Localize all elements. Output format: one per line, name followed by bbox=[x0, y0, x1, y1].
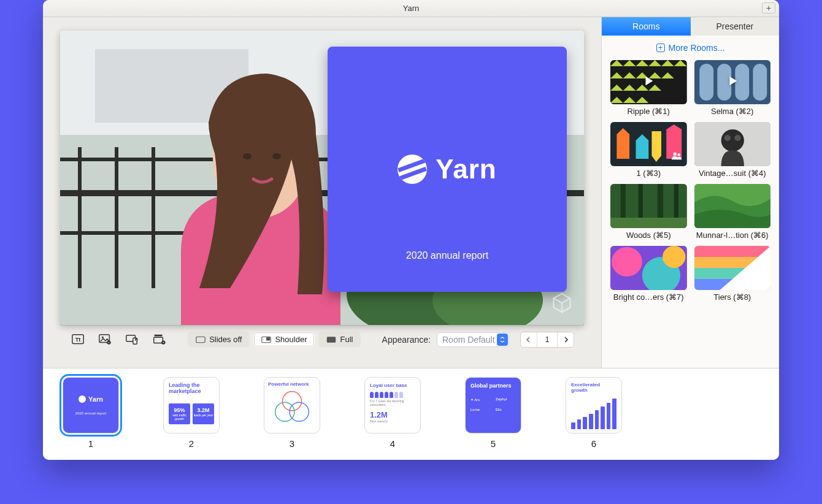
brand-row: Yarn bbox=[398, 154, 496, 185]
svg-point-57 bbox=[663, 246, 685, 268]
new-tab-button[interactable]: + bbox=[762, 2, 775, 13]
room-selma[interactable]: Selma (⌘2) bbox=[694, 60, 771, 116]
page-prev-button[interactable] bbox=[521, 332, 537, 347]
svg-rect-39 bbox=[753, 64, 767, 101]
text-tool-icon[interactable]: Tt bbox=[70, 333, 86, 346]
people-icon bbox=[755, 275, 766, 286]
page-number: 1 bbox=[537, 332, 558, 347]
slide-thumb-2[interactable]: Leading the marketplace95%web traffic gr… bbox=[163, 377, 220, 449]
sidebar-tabs: Rooms Presenter bbox=[602, 17, 779, 36]
svg-rect-32 bbox=[266, 337, 270, 341]
slide-thumb-5[interactable]: Global partners✦ ArxZephyrLumeElix 5 bbox=[465, 377, 521, 449]
page-stepper: 1 bbox=[520, 332, 574, 348]
svg-point-63 bbox=[290, 402, 309, 421]
slides-strip: Yarn2020 annual report 1 Leading the mar… bbox=[43, 368, 779, 460]
svg-text:+: + bbox=[108, 341, 110, 344]
preview-stage: Yarn 2020 annual report bbox=[60, 31, 584, 325]
room-tiers[interactable]: Tiers (⌘8) bbox=[694, 246, 771, 302]
svg-point-15 bbox=[272, 153, 281, 159]
room-1[interactable]: 1 (⌘3) bbox=[610, 122, 687, 178]
slide-thumb-6[interactable]: Excellerated growth 6 bbox=[566, 377, 622, 449]
window-title: Yarn bbox=[403, 4, 420, 13]
app-window: Yarn + bbox=[43, 0, 779, 460]
appearance-control: Appearance: Room Default 1 bbox=[382, 332, 574, 348]
room-vintage-suit[interactable]: Vintage…suit (⌘4) bbox=[694, 122, 771, 178]
svg-rect-30 bbox=[196, 337, 205, 343]
play-icon bbox=[726, 74, 739, 90]
stage-column: Yarn 2020 annual report Tt + + + Slides … bbox=[43, 17, 601, 368]
full-mode-button[interactable]: Full bbox=[318, 332, 361, 347]
image-tool-icon[interactable]: + bbox=[97, 333, 113, 346]
device-tool-icon[interactable]: + bbox=[124, 333, 140, 346]
svg-point-14 bbox=[243, 153, 252, 159]
brand-name: Yarn bbox=[436, 154, 496, 185]
svg-point-61 bbox=[282, 392, 301, 411]
sidebar: Rooms Presenter + More Rooms... Ripple (… bbox=[601, 17, 779, 368]
svg-rect-36 bbox=[699, 64, 713, 101]
layers-tool-icon[interactable]: + bbox=[151, 333, 167, 346]
svg-rect-52 bbox=[610, 218, 687, 228]
slide-thumb-3[interactable]: Powerful network 3 bbox=[264, 377, 320, 449]
svg-point-41 bbox=[673, 153, 676, 156]
appearance-label: Appearance: bbox=[382, 335, 431, 345]
tab-presenter[interactable]: Presenter bbox=[691, 17, 780, 36]
slide-thumb-1[interactable]: Yarn2020 annual report 1 bbox=[63, 377, 119, 449]
svg-point-59 bbox=[757, 277, 760, 280]
svg-point-60 bbox=[761, 277, 764, 280]
slide-mode-segment: Slides off Shoulder Full bbox=[188, 332, 361, 347]
people-icon bbox=[671, 151, 682, 162]
yarn-logo-icon bbox=[398, 155, 427, 184]
titlebar: Yarn + bbox=[43, 0, 779, 17]
svg-point-46 bbox=[734, 135, 740, 141]
room-bright-colors[interactable]: Bright co…ers (⌘7) bbox=[610, 246, 687, 302]
slide-subtitle: 2020 annual report bbox=[406, 250, 488, 261]
svg-point-55 bbox=[612, 247, 642, 277]
select-chevron-icon bbox=[497, 334, 508, 346]
page-next-button[interactable] bbox=[558, 332, 574, 347]
shoulder-mode-button[interactable]: Shoulder bbox=[253, 332, 315, 347]
svg-rect-26 bbox=[155, 334, 163, 336]
stage-toolbar: Tt + + + Slides off Shoulder Full Appear… bbox=[60, 325, 584, 353]
svg-text:+: + bbox=[136, 338, 137, 341]
svg-text:Tt: Tt bbox=[75, 336, 81, 342]
room-woods[interactable]: Woods (⌘5) bbox=[610, 184, 687, 240]
room-ripple[interactable]: Ripple (⌘1) bbox=[610, 60, 687, 116]
svg-text:+: + bbox=[163, 341, 164, 344]
plus-icon: + bbox=[656, 44, 665, 52]
room-cube-icon bbox=[551, 292, 573, 314]
svg-point-62 bbox=[275, 402, 294, 421]
rooms-grid: Ripple (⌘1) Selma (⌘2) 1 (⌘3) Vintage…su… bbox=[602, 58, 779, 308]
main-area: Yarn 2020 annual report Tt + + + Slides … bbox=[43, 17, 779, 368]
svg-rect-33 bbox=[327, 337, 336, 343]
svg-point-44 bbox=[721, 129, 743, 151]
tab-rooms[interactable]: Rooms bbox=[602, 17, 691, 36]
more-rooms-button[interactable]: + More Rooms... bbox=[602, 36, 779, 58]
slide-thumb-4[interactable]: Loyal user base5 in 7 users are returnin… bbox=[364, 377, 421, 449]
slides-off-button[interactable]: Slides off bbox=[188, 332, 250, 347]
room-munnar[interactable]: Munnar-l…tion (⌘6) bbox=[694, 184, 771, 240]
svg-point-42 bbox=[677, 153, 680, 156]
svg-point-45 bbox=[724, 135, 730, 141]
play-icon bbox=[642, 74, 655, 90]
slide-overlay-card: Yarn 2020 annual report bbox=[328, 47, 567, 292]
